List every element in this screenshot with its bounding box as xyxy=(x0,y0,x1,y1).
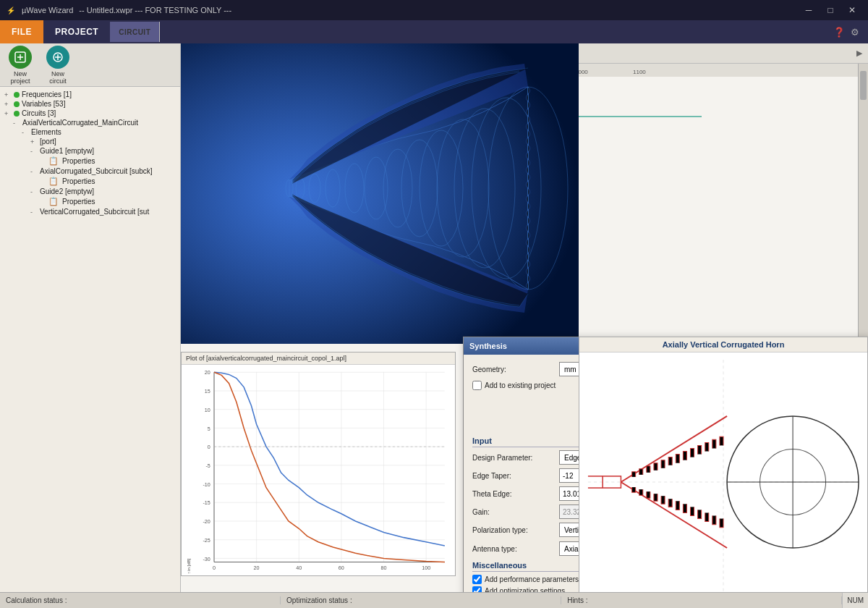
menu-tab-file[interactable]: FILE xyxy=(0,20,43,43)
add-to-project-label: Add to existing project xyxy=(485,381,556,389)
tree-item-properties-2[interactable]: 📋 Properties xyxy=(38,176,177,187)
tree-item-properties-3[interactable]: 📋 Properties xyxy=(38,196,177,207)
expand-icon: - xyxy=(30,168,38,175)
tree-label: Elements xyxy=(31,128,61,136)
edge-taper-label: Edge Taper: xyxy=(472,472,559,480)
status-dot xyxy=(14,92,20,98)
tree-item-port[interactable]: + [port] xyxy=(29,137,177,146)
horn-canvas xyxy=(579,352,867,592)
expand-icon: + xyxy=(4,91,12,98)
tree-item-circuits[interactable]: + Circuits [3] xyxy=(3,109,177,118)
new-project-button[interactable]: Newproject xyxy=(3,43,38,88)
expand-icon: - xyxy=(30,148,38,155)
close-button[interactable]: ✕ xyxy=(842,2,862,18)
svg-text:100: 100 xyxy=(422,565,430,571)
svg-text:60: 60 xyxy=(339,565,344,571)
expand-icon: + xyxy=(30,138,38,145)
add-opt-settings-checkbox[interactable] xyxy=(472,586,482,592)
tree-label: AxialCorrugated_Subcircuit [subck] xyxy=(40,167,153,175)
maximize-button[interactable]: □ xyxy=(820,2,841,18)
expand-icon: - xyxy=(22,129,29,136)
tree-label: [port] xyxy=(40,138,56,145)
expand-icon: - xyxy=(30,208,38,216)
tree-label: AxialVerticalCorrugated_MainCircuit xyxy=(22,119,138,127)
expand-icon: - xyxy=(13,119,20,127)
svg-text:theta in [deg]: theta in [deg] xyxy=(311,572,341,573)
new-project-icon xyxy=(9,46,32,69)
panel-toolbar: Newproject Newcircuit xyxy=(0,43,180,87)
tree-item-variables[interactable]: + Variables [53] xyxy=(3,99,177,109)
add-perf-params-checkbox[interactable] xyxy=(472,575,482,584)
tree-label: Properties xyxy=(62,177,95,185)
new-circuit-icon xyxy=(46,46,69,69)
num-label: NUM xyxy=(842,593,868,608)
tree-item-vertical-subcircuit[interactable]: - VerticalCorrugated_Subcircuit [sut xyxy=(29,207,177,216)
svg-text:-20: -20 xyxy=(203,518,210,525)
menu-tab-circuit[interactable]: CIRCUIT xyxy=(110,22,160,42)
tree-item-properties-1[interactable]: 📋 Properties xyxy=(38,156,177,166)
tree-label: Guide1 [emptyw] xyxy=(40,147,94,155)
tree-item-frequencies[interactable]: + Frequencies [1] xyxy=(3,90,177,99)
svg-text:15: 15 xyxy=(205,388,210,394)
menu-tab-project[interactable]: PROJECT xyxy=(43,20,110,43)
tree-label: Guide2 [emptyw] xyxy=(40,187,94,195)
expand-icon: + xyxy=(4,101,12,108)
add-to-project-checkbox[interactable] xyxy=(472,381,482,390)
left-panel: Newproject Newcircuit + Frequencies [1] … xyxy=(0,43,181,592)
tab-arrow-icon[interactable]: ▶ xyxy=(851,48,868,58)
svg-text:40: 40 xyxy=(296,565,302,571)
tree-label: Circuits [3] xyxy=(22,109,56,117)
antenna-type-label: Antenna type: xyxy=(472,545,559,553)
right-area: Corrugated_Subcircuit (A; 64) ✕ Vertical… xyxy=(181,43,868,592)
hints: Hints : xyxy=(561,596,842,604)
new-project-label: Newproject xyxy=(10,70,30,85)
svg-text:80: 80 xyxy=(381,565,387,571)
svg-text:-15: -15 xyxy=(203,499,210,506)
tree-label: Variables [53] xyxy=(22,100,65,108)
status-bar: Calculation status : Optimization status… xyxy=(0,592,868,608)
3d-model-view[interactable]: // Draw corrugation lines inline via SVG… xyxy=(181,43,579,344)
svg-text:0: 0 xyxy=(208,444,210,450)
app-icon: ⚡ xyxy=(6,5,16,15)
add-opt-settings-label: Add optimization settings xyxy=(485,587,565,592)
svg-text:-25: -25 xyxy=(203,537,210,544)
tree-item-elements[interactable]: - Elements xyxy=(20,127,177,137)
svg-text:20: 20 xyxy=(254,565,260,571)
svg-text:-10: -10 xyxy=(203,481,210,488)
tree-label: Frequencies [1] xyxy=(22,90,72,98)
new-circuit-label: Newcircuit xyxy=(49,70,67,85)
theta-edge-label: Theta Edge: xyxy=(472,490,559,498)
scrollbar-thumb[interactable] xyxy=(860,71,867,100)
geometry-label: Geometry: xyxy=(472,366,559,373)
tree-item-guide1[interactable]: - Guide1 [emptyw] xyxy=(29,146,177,156)
ruler-1100: 1100 xyxy=(633,69,646,75)
dialog-title: Synthesis xyxy=(469,342,507,350)
add-perf-params-label: Add performance parameters xyxy=(485,575,579,583)
plot-title: Plot of [axialverticalcorrugated_maincir… xyxy=(182,352,455,365)
polarization-label: Polarization type: xyxy=(472,526,559,534)
tree-item-axial-subcircuit[interactable]: - AxialCorrugated_Subcircuit [subck] xyxy=(29,166,177,176)
app-name: µWave Wizard xyxy=(22,6,73,14)
tree-label: Properties xyxy=(62,157,95,165)
tree-label: Properties xyxy=(62,198,95,206)
expand-icon: - xyxy=(30,188,38,195)
filename: -- Untitled.xwpr --- FOR TESTING ONLY --… xyxy=(79,6,231,14)
svg-text:5: 5 xyxy=(208,426,210,432)
tree-item-guide2[interactable]: - Guide2 [emptyw] xyxy=(29,187,177,196)
new-circuit-button[interactable]: Newcircuit xyxy=(41,43,75,88)
tree-label: VerticalCorrugated_Subcircuit [sut xyxy=(40,208,149,216)
plot-area: Plot of [axialverticalcorrugated_maincir… xyxy=(181,352,456,576)
calc-status: Calculation status : xyxy=(0,596,281,604)
project-tree: + Frequencies [1] + Variables [53] + Cir… xyxy=(0,87,180,550)
svg-text:20: 20 xyxy=(205,369,210,376)
settings-icon[interactable]: ⚙ xyxy=(851,27,859,38)
help-icon[interactable]: ❓ xyxy=(833,27,845,38)
horn-panel: Axially Vertical Corrugated Horn xyxy=(579,337,868,592)
tree-item-main-circuit[interactable]: - AxialVerticalCorrugated_MainCircuit xyxy=(12,118,177,127)
plot-canvas[interactable]: 20 15 10 5 0 -5 -10 -15 -20 -25 -30 0 20… xyxy=(182,365,455,573)
status-dot xyxy=(14,111,20,117)
minimize-button[interactable]: ─ xyxy=(799,2,819,18)
menu-bar: FILE PROJECT CIRCUIT ❓ ⚙ xyxy=(0,20,868,43)
svg-text:-30: -30 xyxy=(203,556,210,562)
expand-icon: + xyxy=(4,110,12,117)
